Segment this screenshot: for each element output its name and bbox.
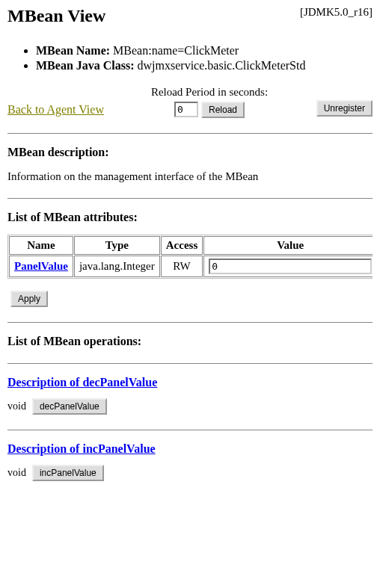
mbean-class-value: dwjmxservice.basic.ClickMeterStd: [138, 59, 306, 72]
mbean-name-label: MBean Name:: [36, 44, 110, 57]
op-description-link[interactable]: Description of decPanelValue: [7, 376, 157, 389]
divider: [7, 363, 373, 364]
op-return-type: void: [7, 400, 26, 412]
operation-block: Description of incPanelValue void incPan…: [7, 442, 373, 481]
attr-value-input[interactable]: [209, 259, 372, 274]
op-invoke-button[interactable]: incPanelValue: [32, 465, 104, 481]
divider: [7, 133, 373, 134]
divider: [7, 322, 373, 323]
col-access: Access: [161, 236, 203, 255]
apply-button[interactable]: Apply: [10, 291, 48, 307]
description-heading: MBean description:: [7, 146, 373, 159]
reload-button[interactable]: Reload: [201, 102, 245, 118]
mbean-info-list: MBean Name: MBean:name=ClickMeter MBean …: [7, 44, 373, 72]
mbean-class-label: MBean Java Class:: [36, 59, 135, 72]
divider: [7, 198, 373, 199]
op-description-link[interactable]: Description of incPanelValue: [7, 442, 156, 455]
op-invoke-button[interactable]: decPanelValue: [32, 398, 107, 415]
attr-type: java.lang.Integer: [74, 256, 160, 277]
reload-period-input[interactable]: [174, 102, 198, 117]
divider: [7, 430, 373, 430]
op-return-type: void: [7, 467, 26, 478]
attr-access: RW: [161, 256, 203, 277]
table-header-row: Name Type Access Value: [9, 236, 373, 255]
reload-period-label: Reload Period in seconds:: [142, 86, 277, 99]
col-type: Type: [74, 236, 160, 255]
description-text: Information on the management interface …: [7, 170, 373, 183]
mbean-class-item: MBean Java Class: dwjmxservice.basic.Cli…: [36, 59, 373, 72]
attributes-table: Name Type Access Value PanelValue java.l…: [7, 235, 373, 279]
operation-block: Description of decPanelValue void decPan…: [7, 376, 373, 415]
unregister-button[interactable]: Unregister: [316, 100, 373, 117]
operations-heading: List of MBean operations:: [7, 335, 373, 348]
col-name: Name: [9, 236, 73, 255]
page-title: MBean View: [7, 6, 105, 26]
version-label: [JDMK5.0_r16]: [300, 6, 373, 19]
back-to-agent-link[interactable]: Back to Agent View: [7, 103, 104, 116]
mbean-name-item: MBean Name: MBean:name=ClickMeter: [36, 44, 373, 58]
col-value: Value: [203, 236, 373, 255]
attr-name-link[interactable]: PanelValue: [14, 260, 68, 272]
attributes-heading: List of MBean attributes:: [7, 211, 373, 224]
table-row: PanelValue java.lang.Integer RW: [9, 256, 373, 277]
mbean-name-value: MBean:name=ClickMeter: [113, 44, 239, 57]
